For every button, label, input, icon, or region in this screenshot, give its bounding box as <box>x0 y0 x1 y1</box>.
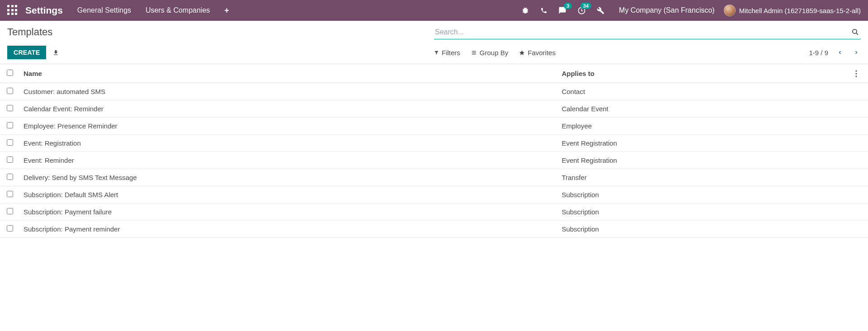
row-checkbox[interactable] <box>7 191 13 197</box>
templates-table: Name Applies to Customer: automated SMSC… <box>0 64 868 238</box>
user-avatar-icon <box>724 5 736 16</box>
cell-name: Delivery: Send by SMS Text Message <box>20 169 558 186</box>
cell-name: Subscription: Payment failure <box>20 203 558 221</box>
import-download-icon[interactable] <box>52 49 59 56</box>
search-input[interactable] <box>434 26 861 39</box>
activities-clock-icon[interactable]: 34 <box>577 6 586 15</box>
select-all-checkbox[interactable] <box>7 70 13 76</box>
search-icon[interactable] <box>851 28 859 36</box>
nav-general-settings[interactable]: General Settings <box>77 6 131 14</box>
filters-menu[interactable]: Filters <box>434 49 460 57</box>
svg-point-1 <box>853 29 857 33</box>
control-panel: Templates CREATE Filters Group By <box>0 21 868 64</box>
cell-applies: Subscription <box>558 186 852 203</box>
optional-columns-kebab-icon[interactable] <box>855 70 864 77</box>
filters-label: Filters <box>442 49 460 57</box>
table-row[interactable]: Subscription: Payment failureSubscriptio… <box>0 203 868 221</box>
cell-name: Customer: automated SMS <box>20 83 558 100</box>
table-row[interactable]: Employee: Presence ReminderEmployee <box>0 118 868 135</box>
table-row[interactable]: Calendar Event: ReminderCalendar Event <box>0 100 868 118</box>
column-header-name[interactable]: Name <box>20 64 558 83</box>
cell-applies: Employee <box>558 118 852 135</box>
activities-badge: 34 <box>580 3 591 9</box>
cell-applies: Contact <box>558 83 852 100</box>
cell-applies: Calendar Event <box>558 100 852 118</box>
cell-applies: Subscription <box>558 221 852 238</box>
star-icon <box>519 50 525 56</box>
favorites-label: Favorites <box>528 49 556 57</box>
phone-icon[interactable] <box>540 7 547 14</box>
cell-name: Employee: Presence Reminder <box>20 118 558 135</box>
top-navbar: Settings General Settings Users & Compan… <box>0 0 868 21</box>
svg-line-2 <box>856 33 858 35</box>
row-checkbox[interactable] <box>7 208 13 214</box>
pager-next-icon[interactable] <box>852 48 861 57</box>
apps-grid-icon[interactable] <box>7 5 18 16</box>
table-row[interactable]: Customer: automated SMSContact <box>0 83 868 100</box>
app-brand[interactable]: Settings <box>25 5 63 16</box>
pager-prev-icon[interactable] <box>835 48 844 57</box>
row-checkbox[interactable] <box>7 174 13 180</box>
search-box <box>434 26 861 39</box>
svg-point-8 <box>855 76 857 77</box>
messaging-icon[interactable]: 3 <box>558 6 566 14</box>
developer-tools-wrench-icon[interactable] <box>597 7 604 14</box>
row-checkbox[interactable] <box>7 122 13 128</box>
debug-bug-icon[interactable] <box>521 6 529 14</box>
group-by-label: Group By <box>480 49 508 57</box>
table-row[interactable]: Subscription: Default SMS AlertSubscript… <box>0 186 868 203</box>
cell-name: Subscription: Default SMS Alert <box>20 186 558 203</box>
cell-applies: Subscription <box>558 203 852 221</box>
cell-name: Event: Registration <box>20 135 558 152</box>
table-row[interactable]: Event: ReminderEvent Registration <box>0 152 868 169</box>
user-name: Mitchell Admin (16271859-saas-15-2-all) <box>739 7 861 14</box>
pager-text[interactable]: 1-9 / 9 <box>809 49 828 57</box>
cell-applies: Transfer <box>558 169 852 186</box>
row-checkbox[interactable] <box>7 105 13 111</box>
row-checkbox[interactable] <box>7 88 13 94</box>
group-by-menu[interactable]: Group By <box>471 49 508 57</box>
row-checkbox[interactable] <box>7 225 13 232</box>
messaging-badge: 3 <box>564 3 572 9</box>
table-row[interactable]: Event: RegistrationEvent Registration <box>0 135 868 152</box>
create-button[interactable]: CREATE <box>7 46 46 59</box>
svg-point-6 <box>855 70 857 71</box>
cell-name: Calendar Event: Reminder <box>20 100 558 118</box>
row-checkbox[interactable] <box>7 139 13 146</box>
list-icon <box>471 50 477 56</box>
page-title: Templates <box>7 26 434 38</box>
cell-applies: Event Registration <box>558 135 852 152</box>
table-row[interactable]: Subscription: Payment reminderSubscripti… <box>0 221 868 238</box>
cell-name: Event: Reminder <box>20 152 558 169</box>
user-menu[interactable]: Mitchell Admin (16271859-saas-15-2-all) <box>724 5 861 16</box>
row-checkbox[interactable] <box>7 156 13 163</box>
cell-applies: Event Registration <box>558 152 852 169</box>
funnel-icon <box>434 50 439 55</box>
column-header-applies[interactable]: Applies to <box>558 64 852 83</box>
table-row[interactable]: Delivery: Send by SMS Text MessageTransf… <box>0 169 868 186</box>
cell-name: Subscription: Payment reminder <box>20 221 558 238</box>
nav-add-menu-icon[interactable]: + <box>224 6 229 15</box>
company-selector[interactable]: My Company (San Francisco) <box>619 6 715 14</box>
nav-users-companies[interactable]: Users & Companies <box>146 6 210 14</box>
favorites-menu[interactable]: Favorites <box>519 49 556 57</box>
svg-point-7 <box>855 73 857 74</box>
